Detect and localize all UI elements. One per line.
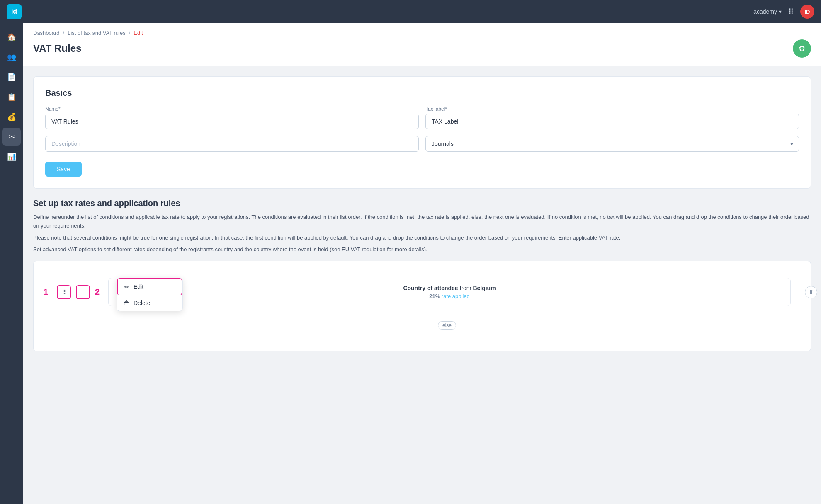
rule-country: Belgium xyxy=(473,285,496,291)
connector-line-2 xyxy=(447,333,447,341)
breadcrumb-separator-1: / xyxy=(63,30,65,36)
rule-number-1: 1 xyxy=(44,287,52,297)
sidebar-item-money[interactable]: 💰 xyxy=(2,108,21,126)
name-label: Name* xyxy=(45,106,419,112)
basics-card: Basics Name* Tax label* Journals ▾ Sav xyxy=(33,76,811,189)
sidebar-item-home[interactable]: 🏠 xyxy=(2,28,21,46)
journals-group: Journals ▾ xyxy=(425,136,799,152)
context-menu-delete[interactable]: 🗑 Delete xyxy=(117,295,182,311)
breadcrumb-list[interactable]: List of tax and VAT rules xyxy=(68,30,125,36)
connector-line-1 xyxy=(447,310,447,318)
rule-card: Country of attendee from Belgium 21% rat… xyxy=(108,278,791,306)
tax-description-3: Set advanced VAT options to set differen… xyxy=(33,245,811,254)
drag-handle[interactable]: ⠿ xyxy=(57,285,71,299)
settings-button[interactable]: ⚙ xyxy=(793,39,811,58)
rule-title: Country of attendee from Belgium xyxy=(117,285,782,291)
breadcrumb-edit: Edit xyxy=(134,30,143,36)
avatar[interactable]: ID xyxy=(800,5,814,19)
sidebar-item-documents[interactable]: 📄 xyxy=(2,68,21,86)
page-title-row: VAT Rules ⚙ xyxy=(33,39,811,58)
breadcrumb-dashboard[interactable]: Dashboard xyxy=(33,30,60,36)
else-badge: else xyxy=(438,321,456,330)
gear-icon: ⚙ xyxy=(799,44,805,53)
breadcrumb: Dashboard / List of tax and VAT rules / … xyxy=(33,30,811,36)
edit-icon: ✏ xyxy=(124,284,129,290)
sidebar-item-tax[interactable]: ✂ xyxy=(2,128,21,146)
page-header: Dashboard / List of tax and VAT rules / … xyxy=(23,23,821,66)
tax-section: Set up tax rates and application rules D… xyxy=(33,199,811,351)
page-title: VAT Rules xyxy=(33,43,81,54)
academy-selector[interactable]: academy ▾ xyxy=(753,8,782,15)
sidebar: 🏠 👥 📄 📋 💰 ✂ 📊 xyxy=(0,23,23,504)
journals-select[interactable]: Journals xyxy=(425,136,799,152)
app-logo[interactable]: id xyxy=(7,4,22,19)
name-group: Name* xyxy=(45,106,419,129)
basics-section-title: Basics xyxy=(45,88,799,98)
rule-rate: 21% rate applied xyxy=(117,293,782,299)
name-input[interactable] xyxy=(45,114,419,129)
tax-label-label: Tax label* xyxy=(425,106,799,112)
description-input[interactable] xyxy=(45,136,419,152)
if-badge: if xyxy=(805,286,817,298)
breadcrumb-separator-2: / xyxy=(129,30,131,36)
tax-description-2: Please note that several conditions migh… xyxy=(33,234,811,242)
tax-label-input[interactable] xyxy=(425,114,799,129)
grid-icon[interactable]: ⠿ xyxy=(788,7,794,16)
sidebar-item-list[interactable]: 📋 xyxy=(2,88,21,106)
tax-label-group: Tax label* xyxy=(425,106,799,129)
rules-container: ✏ Edit 🗑 Delete 1 ⠿ ⋮ 2 Country of atten… xyxy=(33,261,811,351)
tax-description-1: Define hereunder the list of conditions … xyxy=(33,213,811,230)
form-row-2: Journals ▾ xyxy=(45,136,799,152)
trash-icon: 🗑 xyxy=(124,300,129,306)
sidebar-item-users[interactable]: 👥 xyxy=(2,48,21,66)
else-area: else xyxy=(93,310,801,341)
main-content: Dashboard / List of tax and VAT rules / … xyxy=(23,23,821,504)
save-button[interactable]: Save xyxy=(45,162,82,177)
context-menu-edit[interactable]: ✏ Edit xyxy=(117,278,182,295)
topbar: id academy ▾ ⠿ ID xyxy=(0,0,821,23)
form-row-1: Name* Tax label* xyxy=(45,106,799,129)
tax-section-title: Set up tax rates and application rules xyxy=(33,199,811,208)
description-group xyxy=(45,136,419,152)
topbar-right: academy ▾ ⠿ ID xyxy=(753,5,814,19)
rule-number-2: 2 xyxy=(95,287,103,297)
rate-applied-text: rate applied xyxy=(442,293,470,299)
sidebar-item-report[interactable]: 📊 xyxy=(2,148,21,166)
context-menu: ✏ Edit 🗑 Delete xyxy=(117,278,183,311)
more-options-button[interactable]: ⋮ xyxy=(76,285,90,299)
chevron-down-icon: ▾ xyxy=(779,8,782,15)
